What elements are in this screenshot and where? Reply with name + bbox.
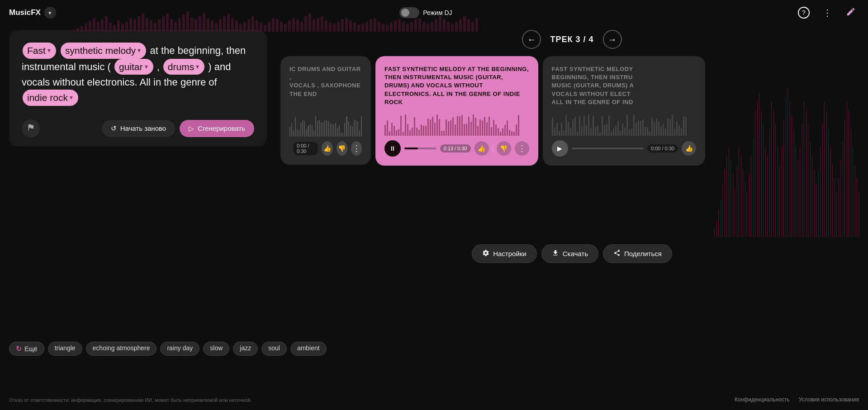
prompt-text: Fast ▾ synthetic melody ▾ at the beginni…	[22, 43, 254, 106]
time-label-center: 0:13 / 0:30	[440, 144, 471, 153]
track-card-right-text: FAST SYNTHETIC MELODYBEGINNING, THEN INS…	[552, 65, 697, 106]
disclaimer: Отказ от ответственности: информация, сг…	[9, 397, 251, 403]
tag-triangle[interactable]: triangle	[48, 342, 82, 356]
prev-icon: ←	[527, 34, 536, 45]
track-card-right-waveform	[552, 111, 697, 136]
prompt-actions-right: ↺ Начать заново ▷ Сгенерировать	[102, 120, 254, 137]
cards-row: IC DRUMS AND GUITAR ,VOCALS , SAXOPHONET…	[276, 56, 868, 237]
more-button[interactable]: ⋮	[819, 5, 835, 21]
next-track-button[interactable]: →	[603, 30, 622, 49]
flag-button[interactable]	[22, 119, 40, 138]
track-card-center: FAST SYNTHETIC MELODY AT THE BEGINNING, …	[375, 56, 538, 166]
restart-icon: ↺	[111, 124, 117, 133]
tag-soul[interactable]: soul	[261, 342, 287, 356]
privacy-link[interactable]: Конфиденциальность	[735, 396, 790, 403]
header-center: Режим DJ	[399, 7, 452, 18]
restart-button[interactable]: ↺ Начать заново	[102, 120, 175, 137]
right-waveform-viz	[710, 56, 863, 237]
settings-icon	[482, 249, 489, 258]
time-label-right: 0:00 / 0:30	[647, 144, 678, 153]
dj-mode-toggle[interactable]	[399, 7, 419, 18]
track-card-left-controls: 0:00 / 0:30 👍 👎 ⋮	[289, 141, 362, 156]
progress-bar-right[interactable]	[572, 148, 644, 149]
refresh-icon: ↻	[16, 344, 22, 353]
generate-icon: ▷	[189, 124, 194, 133]
tag-echoing-atmosphere[interactable]: echoing atmosphere	[86, 342, 157, 356]
prompt-panel: Fast ▾ synthetic melody ▾ at the beginni…	[9, 30, 267, 147]
tag-ambient[interactable]: ambient	[290, 342, 327, 356]
download-button[interactable]: Скачать	[541, 244, 598, 263]
dj-mode-toggle-wrap[interactable]: Режим DJ	[399, 7, 452, 18]
tag-jazz[interactable]: jazz	[233, 342, 258, 356]
share-label: Поделиться	[624, 250, 662, 257]
track-card-center-controls: ⏸ 0:13 / 0:30 👍 👎 ⋮	[384, 140, 529, 157]
track-card-center-text: FAST SYNTHETIC MELODY AT THE BEGINNING, …	[384, 65, 529, 106]
track-card-right-controls: ▶ 0:00 / 0:30 👍	[552, 140, 697, 157]
chip-synthetic-melody[interactable]: synthetic melody ▾	[61, 43, 146, 59]
restart-label: Начать заново	[120, 124, 166, 132]
track-card-left-partial: IC DRUMS AND GUITAR ,VOCALS , SAXOPHONET…	[280, 56, 371, 165]
track-card-left-waveform	[289, 112, 362, 137]
cards-area: ← ТРЕК 3 / 4 → IC DRUMS AND GUITAR ,VOCA…	[276, 25, 868, 408]
track-navigation: ← ТРЕК 3 / 4 →	[276, 25, 868, 56]
divider-center	[493, 144, 493, 153]
terms-link[interactable]: Условия использования	[799, 396, 859, 403]
flag-icon	[27, 123, 35, 133]
chip-indie-rock[interactable]: indie rock ▾	[23, 90, 78, 106]
header: MusicFX ▾ Режим DJ ? ⋮	[0, 0, 868, 25]
chip-guitar[interactable]: guitar ▾	[114, 59, 153, 75]
generate-label: Сгенерировать	[198, 124, 245, 132]
logo-text: MusicFX	[9, 8, 41, 17]
help-button[interactable]: ?	[796, 5, 812, 21]
time-label-left: 0:00 / 0:30	[293, 142, 318, 155]
thumbdown-button-left[interactable]: 👎	[337, 141, 347, 156]
logo-arrow-icon: ▾	[48, 10, 52, 16]
thumbup-button-center[interactable]: 👍	[474, 141, 489, 156]
progress-bar-center[interactable]	[404, 148, 436, 149]
share-button[interactable]: Поделиться	[603, 244, 672, 263]
prompt-comma: ,	[157, 61, 162, 72]
tag-slow[interactable]: slow	[203, 342, 229, 356]
settings-button[interactable]: Настройки	[472, 244, 537, 263]
header-left: MusicFX ▾	[9, 7, 56, 19]
thumbdown-button-center[interactable]: 👎	[497, 141, 511, 156]
settings-label: Настройки	[493, 250, 526, 257]
help-icon: ?	[798, 7, 810, 19]
progress-fill-center	[404, 148, 418, 149]
track-label: ТРЕК 3 / 4	[550, 35, 593, 44]
logo-dropdown-button[interactable]: ▾	[44, 7, 56, 19]
chip-drums[interactable]: drums ▾	[163, 59, 204, 75]
header-right: ? ⋮	[796, 5, 859, 21]
thumbup-button-left[interactable]: 👍	[322, 141, 332, 156]
refresh-tags-button[interactable]: ↻ Ещё	[9, 342, 44, 356]
track-card-center-waveform	[384, 111, 529, 136]
more-button-center[interactable]: ⋮	[515, 141, 529, 156]
dj-mode-label: Режим DJ	[423, 9, 452, 16]
footer-links: Конфиденциальность Условия использования	[735, 396, 859, 403]
generate-button[interactable]: ▷ Сгенерировать	[180, 120, 254, 137]
more-icon: ⋮	[823, 7, 832, 18]
chip-fast[interactable]: Fast ▾	[23, 43, 56, 59]
next-icon: →	[608, 34, 617, 45]
tag-chips-area: ↻ Ещё triangle echoing atmosphere rainy …	[9, 342, 327, 356]
track-card-right: FAST SYNTHETIC MELODYBEGINNING, THEN INS…	[543, 56, 706, 166]
edit-button[interactable]	[843, 5, 859, 21]
download-icon	[552, 249, 559, 258]
refresh-label: Ещё	[24, 345, 38, 353]
thumbup-button-right[interactable]: 👍	[682, 141, 696, 156]
prompt-actions: ↺ Начать заново ▷ Сгенерировать	[22, 119, 254, 138]
more-button-left[interactable]: ⋮	[351, 141, 362, 156]
share-icon	[613, 249, 621, 258]
tag-rainy-day[interactable]: rainy day	[160, 342, 199, 356]
bottom-actions: Настройки Скачать Поделиться	[276, 237, 868, 267]
pause-button-center[interactable]: ⏸	[384, 140, 401, 157]
prev-track-button[interactable]: ←	[522, 30, 541, 49]
play-button-right[interactable]: ▶	[552, 140, 568, 157]
track-card-left-text: IC DRUMS AND GUITAR ,VOCALS , SAXOPHONET…	[289, 65, 362, 107]
download-label: Скачать	[563, 250, 588, 257]
toggle-thumb	[401, 9, 409, 17]
edit-icon	[846, 7, 856, 19]
